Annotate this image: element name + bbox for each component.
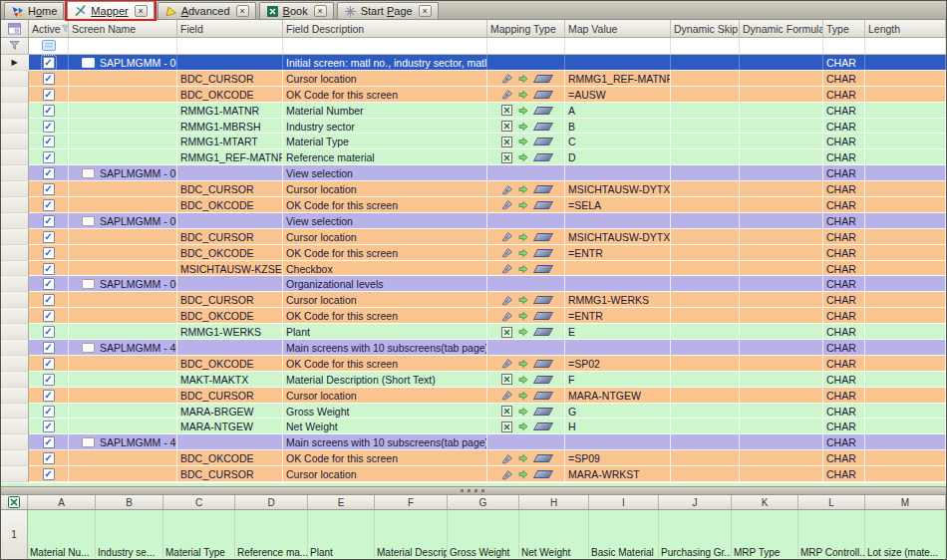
cell-dynamic-skip[interactable] (671, 119, 740, 135)
cell-map-value[interactable] (565, 434, 671, 450)
cell-length[interactable] (865, 388, 946, 404)
cell-field[interactable]: MAKT-MAKTX (177, 372, 283, 388)
cell-type[interactable]: CHAR (823, 55, 865, 71)
cell-map-value[interactable]: =SP09 (565, 450, 671, 466)
excel-column-header-f[interactable]: F (375, 495, 448, 509)
cell-active[interactable] (29, 181, 69, 197)
active-checkbox[interactable] (43, 121, 55, 133)
cell-mapping-type[interactable] (487, 434, 565, 450)
cell-dynamic-formula[interactable] (740, 356, 823, 372)
cell-active[interactable] (29, 87, 69, 103)
excel-column-header-l[interactable]: L (798, 495, 865, 509)
row-indicator[interactable] (1, 165, 29, 181)
row-indicator[interactable] (1, 213, 29, 229)
active-checkbox[interactable] (43, 326, 55, 338)
row-indicator[interactable] (1, 103, 29, 119)
cell-active[interactable] (29, 134, 69, 149)
cell-map-value[interactable]: D (565, 149, 671, 165)
active-checkbox[interactable] (43, 452, 55, 464)
cell-type[interactable]: CHAR (823, 450, 865, 466)
cell-dynamic-skip[interactable] (671, 276, 740, 292)
cell-length[interactable] (865, 404, 946, 420)
cell-dynamic-formula[interactable] (740, 245, 823, 261)
cell-active[interactable] (29, 213, 69, 229)
grid-row-screen[interactable]: SAPLMGMM - 0070View selectionCHAR (1, 165, 946, 181)
cell-dynamic-skip[interactable] (671, 134, 740, 149)
tab-close-icon[interactable]: × (314, 5, 327, 17)
excel-column-header-c[interactable]: C (163, 495, 235, 509)
column-header-map-value[interactable]: Map Value (565, 20, 671, 37)
cell-mapping-type[interactable] (487, 356, 565, 372)
active-checkbox[interactable] (43, 310, 55, 322)
cell-field-description[interactable]: Material Number (283, 103, 487, 119)
cell-length[interactable] (865, 261, 946, 277)
cell-dynamic-skip[interactable] (671, 149, 740, 165)
cell-map-value[interactable]: =SP02 (565, 356, 671, 372)
column-header-type[interactable]: Type (823, 20, 865, 37)
cell-length[interactable] (865, 324, 946, 340)
cell-type[interactable]: CHAR (823, 434, 865, 450)
row-indicator[interactable] (1, 119, 29, 135)
cell-field-description[interactable]: OK Code for this screen (283, 87, 487, 103)
cell-screen-name[interactable] (69, 372, 177, 388)
cell-dynamic-skip[interactable] (671, 388, 740, 404)
cell-map-value[interactable]: C (565, 134, 671, 149)
cell-screen-name[interactable] (69, 419, 177, 434)
cell-dynamic-skip[interactable] (671, 450, 740, 466)
cell-length[interactable] (865, 292, 946, 308)
cell-screen-name[interactable] (69, 71, 177, 87)
cell-active[interactable] (29, 276, 69, 292)
row-indicator[interactable] (1, 324, 29, 340)
cell-field-description[interactable]: Cursor location (283, 229, 487, 245)
cell-mapping-type[interactable] (487, 197, 565, 213)
active-checkbox[interactable] (43, 231, 55, 243)
cell-screen-name[interactable] (69, 404, 177, 420)
cell-length[interactable] (865, 356, 946, 372)
cell-length[interactable] (865, 165, 946, 181)
filter-cell[interactable] (823, 38, 865, 54)
cell-field[interactable]: BDC_OKCODE (177, 245, 283, 261)
cell-map-value[interactable]: =AUSW (565, 87, 671, 103)
cell-map-value[interactable]: B (565, 119, 671, 135)
cell-map-value[interactable] (565, 340, 671, 356)
excel-cell[interactable]: Material Descript... (375, 510, 448, 559)
grid-options-header-cell[interactable] (1, 20, 29, 37)
cell-field-description[interactable]: Cursor location (283, 292, 487, 308)
cell-field[interactable]: BDC_OKCODE (177, 308, 283, 324)
cell-dynamic-formula[interactable] (740, 55, 823, 71)
excel-row-header[interactable]: 1 (1, 510, 28, 559)
cell-type[interactable]: CHAR (823, 229, 865, 245)
active-checkbox[interactable] (43, 167, 55, 179)
excel-cell[interactable]: MRP Controll... (798, 510, 865, 559)
cell-active[interactable] (29, 308, 69, 324)
cell-dynamic-formula[interactable] (740, 87, 823, 103)
grid-row[interactable]: BDC_OKCODEOK Code for this screen=SP09CH… (1, 450, 946, 466)
cell-field-description[interactable]: Material Description (Short Text) (283, 372, 487, 388)
cell-field-description[interactable]: OK Code for this screen (283, 450, 487, 466)
cell-mapping-type[interactable] (487, 419, 565, 434)
cell-dynamic-skip[interactable] (671, 340, 740, 356)
filter-cell[interactable] (865, 38, 946, 54)
cell-screen-name[interactable]: SAPLMGMM - 4004 (69, 434, 177, 450)
cell-mapping-type[interactable] (487, 276, 565, 292)
cell-map-value[interactable]: E (565, 324, 671, 340)
cell-dynamic-skip[interactable] (671, 324, 740, 340)
cell-field-description[interactable]: Main screens with 10 subscreens(tab page… (283, 340, 487, 356)
cell-dynamic-skip[interactable] (671, 245, 740, 261)
active-checkbox[interactable] (43, 406, 55, 418)
grid-row-screen[interactable]: SAPLMGMM - 4004Main screens with 10 subs… (1, 434, 946, 450)
active-checkbox[interactable] (43, 468, 55, 480)
cell-map-value[interactable]: RMMG1-WERKS (565, 292, 671, 308)
cell-screen-name[interactable] (69, 87, 177, 103)
cell-length[interactable] (865, 103, 946, 119)
cell-mapping-type[interactable] (487, 261, 565, 277)
excel-column-header-g[interactable]: G (448, 495, 519, 509)
cell-map-value[interactable]: G (565, 404, 671, 420)
excel-cell[interactable]: Material Nu... (28, 510, 96, 559)
cell-map-value[interactable]: =ENTR (565, 308, 671, 324)
filter-cell-active[interactable] (29, 38, 69, 54)
cell-dynamic-formula[interactable] (740, 229, 823, 245)
cell-dynamic-formula[interactable] (740, 134, 823, 149)
cell-field[interactable]: RMMG1-WERKS (177, 324, 283, 340)
cell-screen-name[interactable] (69, 324, 177, 340)
